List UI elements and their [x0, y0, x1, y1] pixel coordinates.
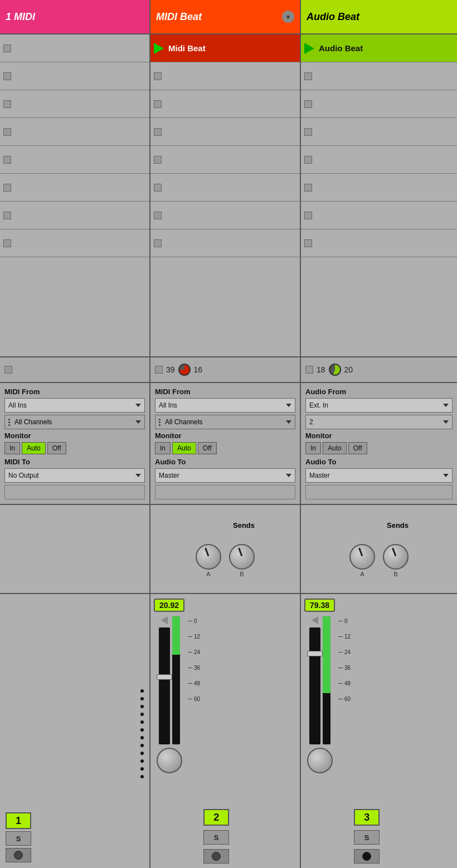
col2-sends: Sends A B [150, 505, 301, 593]
list-item[interactable] [301, 118, 457, 146]
list-item[interactable] [301, 146, 457, 174]
col3-from-value: Ext. In [309, 401, 328, 409]
clip-checkbox[interactable] [304, 156, 312, 164]
clip-checkbox[interactable] [304, 184, 312, 192]
col2-track-num[interactable]: 2 [203, 809, 229, 826]
col3-monitor-auto[interactable]: Auto [323, 442, 347, 454]
col1-extra-field [4, 485, 145, 499]
col3-fader-handle[interactable] [307, 651, 323, 656]
list-item[interactable] [0, 62, 149, 90]
col3-sends-inner: Sends A B [349, 521, 409, 577]
list-item[interactable] [301, 90, 457, 118]
list-item[interactable] [0, 90, 149, 118]
dot [140, 713, 144, 716]
clip-checkbox[interactable] [154, 212, 162, 219]
clip-checkbox[interactable] [304, 100, 312, 108]
col2-from-label: MIDI From [155, 388, 295, 396]
clip-checkbox[interactable] [154, 128, 162, 136]
col1-monitor-auto[interactable]: Auto [22, 442, 46, 454]
clip-checkbox[interactable] [3, 239, 11, 247]
col3-arm-btn[interactable] [354, 849, 380, 864]
list-item[interactable] [150, 118, 300, 146]
clip-checkbox[interactable] [154, 156, 162, 164]
col3-status-checkbox[interactable] [305, 366, 313, 374]
clip-checkbox[interactable] [3, 100, 11, 108]
clip-checkbox[interactable] [304, 239, 312, 247]
dropdown-arrow-icon [443, 474, 449, 477]
list-item[interactable] [150, 146, 300, 174]
clip-checkbox[interactable] [3, 128, 11, 136]
col3-knob-a[interactable] [349, 544, 375, 570]
col3-track-num[interactable]: 3 [354, 809, 380, 826]
list-item[interactable] [150, 229, 300, 257]
list-item[interactable] [150, 90, 300, 118]
list-item[interactable] [0, 146, 149, 174]
list-item[interactable] [0, 118, 149, 146]
clip-checkbox[interactable] [3, 184, 11, 192]
col2-monitor-in[interactable]: In [155, 442, 171, 454]
col1-track-num[interactable]: 1 [6, 812, 31, 829]
col1-channels-dropdown[interactable]: All Channels [4, 415, 145, 429]
col3-monitor-off[interactable]: Off [348, 442, 367, 454]
col3-vol-knob[interactable] [307, 748, 333, 773]
col2-knob-a[interactable] [196, 544, 221, 570]
col2-monitor-auto[interactable]: Auto [172, 442, 196, 454]
col3-knob-b[interactable] [383, 544, 409, 570]
col1-arm-btn[interactable] [6, 848, 31, 862]
col3-to-dropdown[interactable]: Master [305, 468, 453, 483]
io-section: MIDI From All Ins All Channels Monitor I… [0, 383, 457, 505]
col3-num2: 20 [344, 365, 353, 374]
col2-header: MIDI Beat ▼ [150, 0, 301, 33]
col2-fader-handle[interactable] [157, 674, 172, 680]
col2-vol-knob[interactable] [157, 748, 182, 773]
col3-fader-track[interactable] [309, 627, 320, 744]
list-item[interactable] [0, 35, 149, 62]
list-item[interactable] [301, 62, 457, 90]
clip-checkbox[interactable] [3, 212, 11, 219]
col3-monitor-in[interactable]: In [305, 442, 321, 454]
col1-status-checkbox[interactable] [4, 366, 12, 374]
col2-knob-b[interactable] [229, 544, 255, 570]
clip-checkbox[interactable] [3, 156, 11, 164]
list-item[interactable] [150, 62, 300, 90]
list-item[interactable] [301, 174, 457, 202]
col1-from-dropdown[interactable]: All Ins [4, 398, 145, 413]
col2-to-dropdown[interactable]: Master [155, 468, 295, 483]
col2-monitor-off[interactable]: Off [198, 442, 217, 454]
clip-checkbox[interactable] [154, 184, 162, 192]
dot [140, 689, 144, 693]
col3-io: Audio From Ext. In 2 Monitor In Auto Off… [301, 383, 457, 504]
col1-solo-btn[interactable]: S [6, 831, 31, 846]
col3-monitor-label: Monitor [305, 431, 453, 440]
clip-checkbox[interactable] [304, 72, 312, 80]
list-item[interactable] [150, 174, 300, 202]
col2-channels-dropdown[interactable]: All Channels [155, 415, 295, 429]
list-item[interactable] [0, 229, 149, 257]
clip-checkbox[interactable] [154, 72, 162, 80]
col2-dropdown-arrow[interactable]: ▼ [282, 11, 294, 23]
audio-beat-clip[interactable]: Audio Beat [301, 35, 457, 62]
col3-from-dropdown[interactable]: Ext. In [305, 398, 453, 413]
list-item[interactable] [0, 202, 149, 229]
col2-from-dropdown[interactable]: All Ins [155, 398, 295, 413]
clip-checkbox[interactable] [3, 45, 11, 52]
clip-checkbox[interactable] [154, 239, 162, 247]
midi-beat-clip[interactable]: Midi Beat [150, 35, 300, 62]
col2-solo-btn[interactable]: S [203, 830, 229, 845]
clip-checkbox[interactable] [154, 100, 162, 108]
list-item[interactable] [301, 229, 457, 257]
col3-channels-dropdown[interactable]: 2 [305, 415, 453, 429]
col1-to-dropdown[interactable]: No Output [4, 468, 145, 483]
clip-checkbox[interactable] [304, 212, 312, 219]
list-item[interactable] [0, 174, 149, 202]
col1-monitor-in[interactable]: In [4, 442, 20, 454]
list-item[interactable] [150, 202, 300, 229]
col3-solo-btn[interactable]: S [354, 830, 380, 845]
col2-status-checkbox[interactable] [155, 366, 163, 374]
col2-fader-track[interactable] [159, 627, 170, 744]
clip-checkbox[interactable] [304, 128, 312, 136]
col1-monitor-off[interactable]: Off [47, 442, 66, 454]
clip-checkbox[interactable] [3, 72, 11, 80]
col2-arm-btn[interactable] [203, 849, 229, 864]
list-item[interactable] [301, 202, 457, 229]
